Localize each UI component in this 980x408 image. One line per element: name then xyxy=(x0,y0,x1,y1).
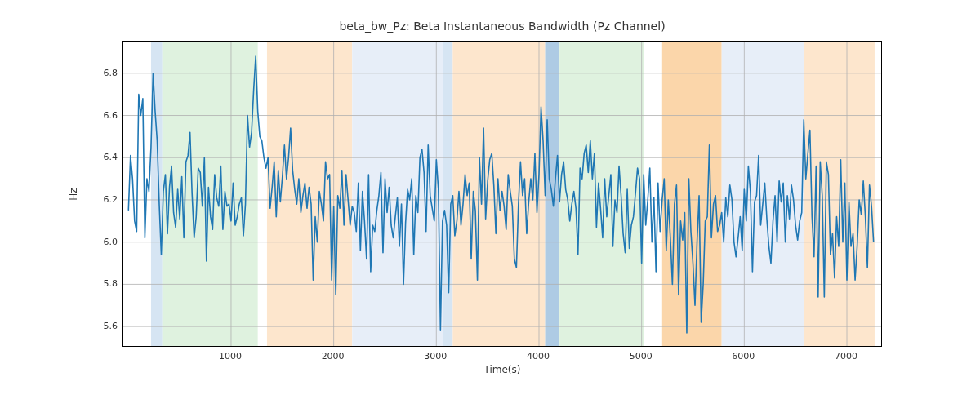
y-axis-label: Hz xyxy=(65,41,82,347)
plot-svg xyxy=(123,42,882,347)
x-tick-label: 2000 xyxy=(322,351,345,361)
y-tick-label: 5.6 xyxy=(85,321,118,331)
y-tick-label: 6.8 xyxy=(85,67,118,78)
y-tick-label: 6.6 xyxy=(85,109,118,120)
x-tick-label: 7000 xyxy=(835,351,858,361)
background-band xyxy=(163,42,258,347)
background-band xyxy=(559,42,644,347)
y-tick-label: 6.0 xyxy=(85,236,118,246)
background-band xyxy=(352,42,443,347)
x-tick-label: 4000 xyxy=(527,351,550,361)
y-tick-label: 6.4 xyxy=(85,152,118,162)
background-band xyxy=(662,42,722,347)
y-tick-label: 6.2 xyxy=(85,193,118,204)
x-axis-label: Time(s) xyxy=(122,364,882,375)
x-tick-label: 1000 xyxy=(219,351,242,361)
background-band xyxy=(443,42,453,347)
x-tick-label: 3000 xyxy=(424,351,447,361)
chart-container xyxy=(122,41,882,347)
y-tick-label: 5.8 xyxy=(85,278,118,289)
plot-area xyxy=(122,41,882,347)
x-tick-label: 5000 xyxy=(630,351,653,361)
chart-title: beta_bw_Pz: Beta Instantaneous Bandwidth… xyxy=(122,20,882,33)
x-tick-label: 6000 xyxy=(732,351,755,361)
